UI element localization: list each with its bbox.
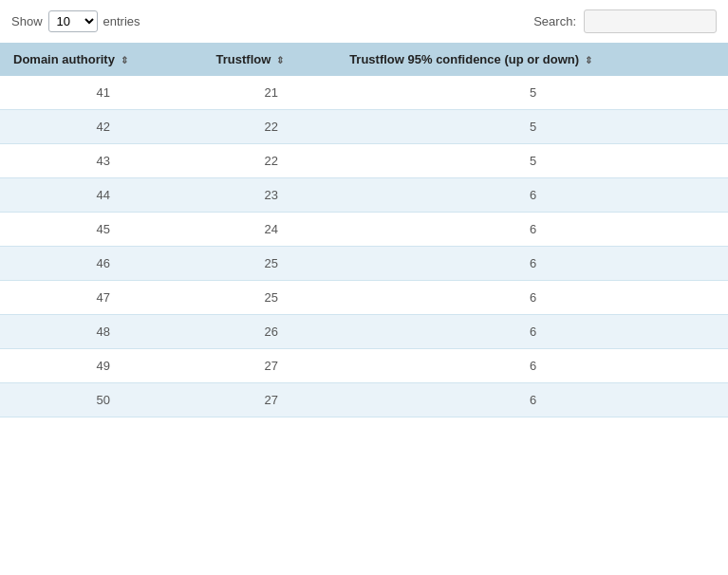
cell-trustflow_confidence: 6 <box>338 349 728 383</box>
cell-trustflow_confidence: 6 <box>338 213 728 247</box>
cell-domain_authority: 45 <box>0 213 205 247</box>
cell-trustflow_confidence: 6 <box>338 383 728 417</box>
cell-domain_authority: 47 <box>0 281 205 315</box>
cell-domain_authority: 46 <box>0 247 205 281</box>
cell-domain_authority: 49 <box>0 349 205 383</box>
data-table: Domain authority⇕Trustflow⇕Trustflow 95%… <box>0 43 728 417</box>
entries-label: entries <box>103 14 140 28</box>
table-row: 42225 <box>0 110 728 144</box>
column-header-trustflow_confidence[interactable]: Trustflow 95% confidence (up or down)⇕ <box>338 43 728 76</box>
cell-trustflow: 25 <box>205 281 339 315</box>
cell-trustflow: 22 <box>205 144 339 178</box>
cell-trustflow: 22 <box>205 110 339 144</box>
cell-trustflow_confidence: 5 <box>338 76 728 110</box>
cell-trustflow: 23 <box>205 178 339 213</box>
table-row: 46256 <box>0 247 728 281</box>
cell-trustflow_confidence: 6 <box>338 178 728 213</box>
table-row: 45246 <box>0 213 728 247</box>
table-row: 41215 <box>0 76 728 110</box>
column-header-domain_authority[interactable]: Domain authority⇕ <box>0 43 205 76</box>
table-body: 4121542225432254423645246462564725648266… <box>0 76 728 417</box>
show-label: Show <box>11 14 43 28</box>
cell-domain_authority: 42 <box>0 110 205 144</box>
sort-icon-trustflow_confidence: ⇕ <box>585 55 592 65</box>
table-row: 47256 <box>0 281 728 315</box>
table-row: 49276 <box>0 349 728 383</box>
cell-trustflow: 26 <box>205 315 339 349</box>
cell-trustflow: 27 <box>205 349 339 383</box>
cell-domain_authority: 44 <box>0 178 205 213</box>
cell-trustflow_confidence: 5 <box>338 110 728 144</box>
cell-domain_authority: 48 <box>0 315 205 349</box>
cell-trustflow: 25 <box>205 247 339 281</box>
controls-bar: Show 102550100 entries Search: <box>0 0 728 43</box>
search-input[interactable] <box>584 9 717 33</box>
cell-trustflow_confidence: 6 <box>338 281 728 315</box>
table-row: 44236 <box>0 178 728 213</box>
sort-icon-trustflow: ⇕ <box>276 55 284 65</box>
table-header: Domain authority⇕Trustflow⇕Trustflow 95%… <box>0 43 728 76</box>
column-header-trustflow[interactable]: Trustflow⇕ <box>205 43 339 76</box>
cell-domain_authority: 43 <box>0 144 205 178</box>
cell-domain_authority: 50 <box>0 383 205 417</box>
search-bar-container: Search: <box>533 9 717 33</box>
header-row: Domain authority⇕Trustflow⇕Trustflow 95%… <box>0 43 728 76</box>
cell-trustflow_confidence: 6 <box>338 315 728 349</box>
cell-trustflow: 24 <box>205 213 339 247</box>
sort-icon-domain_authority: ⇕ <box>121 55 128 65</box>
search-label: Search: <box>533 14 576 28</box>
table-row: 43225 <box>0 144 728 178</box>
cell-domain_authority: 41 <box>0 76 205 110</box>
table-row: 48266 <box>0 315 728 349</box>
cell-trustflow_confidence: 6 <box>338 247 728 281</box>
table-row: 50276 <box>0 383 728 417</box>
cell-trustflow: 27 <box>205 383 339 417</box>
entries-select[interactable]: 102550100 <box>48 10 98 32</box>
cell-trustflow_confidence: 5 <box>338 144 728 178</box>
cell-trustflow: 21 <box>205 76 339 110</box>
show-entries-container: Show 102550100 entries <box>11 10 140 32</box>
